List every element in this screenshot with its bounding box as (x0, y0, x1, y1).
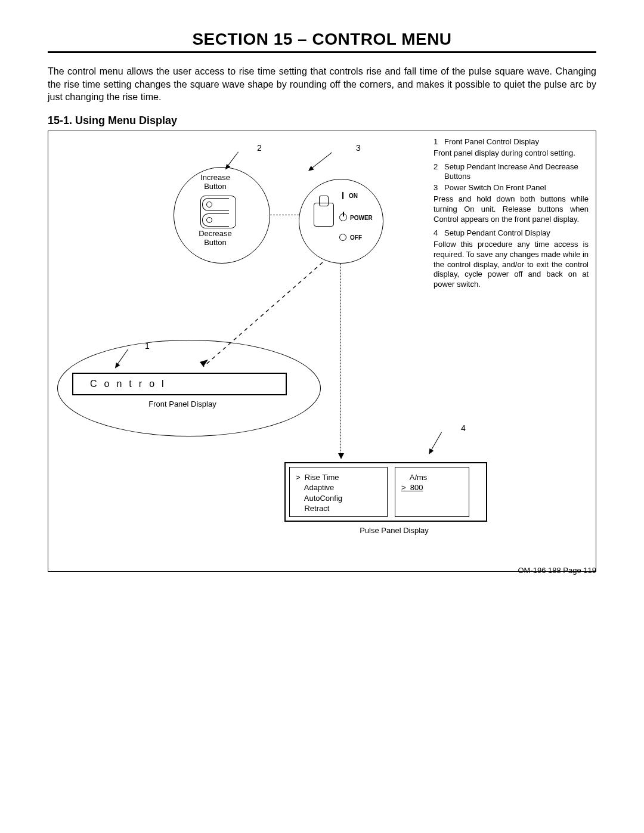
callout-text-2: Setup Pendant Increase And Decrease Butt… (444, 162, 589, 182)
front-panel-display-box: Control (72, 373, 287, 395)
leader-number-1: 1 (145, 341, 150, 351)
callout-num-2: 2 (434, 162, 444, 182)
leader-arrow-4 (427, 448, 434, 456)
pulse-panel-caption: Pulse Panel Display (340, 526, 448, 535)
on-label: ON (349, 193, 358, 199)
pulse-panel: > Rise Time Adaptive AutoConfig Retract … (284, 462, 487, 522)
decrease-button-label: DecreaseButton (191, 229, 239, 247)
off-icon (339, 234, 346, 241)
leader-line-3 (311, 152, 332, 169)
leader-number-2: 2 (257, 143, 262, 153)
pulse-right-line-1: A/ms (401, 472, 463, 483)
section-title: SECTION 15 – CONTROL MENU (48, 30, 596, 53)
on-icon (342, 192, 343, 199)
pulse-left-line-3: AutoConfig (296, 493, 381, 504)
power-switch-body (314, 203, 334, 227)
callout-text-1: Front Panel Control Display (444, 137, 589, 147)
pulse-left-line-2: Adaptive (296, 482, 381, 493)
power-label: POWER (350, 215, 373, 221)
pendant-inner-dot-2 (206, 217, 212, 223)
power-switch-circle (299, 179, 383, 264)
off-label: OFF (350, 234, 362, 241)
intro-paragraph: The control menu allows the user access … (48, 65, 596, 104)
dashed-arrow-center (338, 453, 344, 459)
pulse-left-line-4: Retract (296, 503, 381, 514)
leader-number-3: 3 (356, 143, 361, 153)
control-text: Control (90, 379, 171, 389)
pulse-panel-left: > Rise Time Adaptive AutoConfig Retract (289, 467, 388, 517)
front-panel-caption: Front Panel Display (132, 400, 233, 409)
callout-num-3: 3 (434, 183, 444, 193)
increase-button-label: IncreaseButton (191, 173, 239, 191)
page-footer: OM-196 188 Page 119 (518, 566, 596, 575)
pendant-inner-dot-1 (206, 202, 212, 208)
callout-text-3: Power Switch On Front Panel (444, 183, 589, 193)
power-switch-knob (319, 196, 329, 206)
callout-para-3: Follow this procedure any time access is… (434, 240, 589, 290)
callout-num-4: 4 (434, 228, 444, 239)
callout-text-4: Setup Pendant Control Display (444, 228, 589, 239)
callout-para-2: Press and hold down both buttons while t… (434, 194, 589, 225)
figure-box: 1Front Panel Control Display Front panel… (48, 131, 596, 572)
leader-number-4: 4 (461, 423, 466, 433)
pulse-left-line-1: > Rise Time (296, 472, 381, 483)
pulse-panel-right: A/ms > 800 (395, 467, 469, 517)
sub-heading: 15-1. Using Menu Display (48, 114, 596, 127)
dashed-connector-top (270, 215, 299, 215)
callout-num-1: 1 (434, 137, 444, 147)
pulse-right-line-2: > 800 (401, 482, 463, 493)
power-icon-bar (343, 212, 344, 216)
page: SECTION 15 – CONTROL MENU The control me… (0, 0, 644, 593)
callout-list: 1Front Panel Control Display Front panel… (434, 137, 589, 293)
dashed-line-center (340, 264, 341, 454)
callout-para-1: Front panel display during control setti… (434, 148, 589, 159)
